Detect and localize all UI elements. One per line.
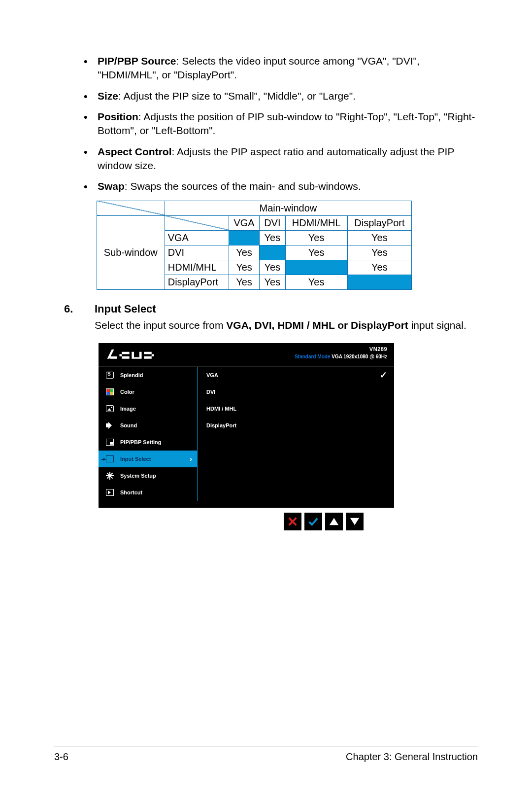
chevron-right-icon: › — [190, 455, 192, 463]
compatibility-table: Main-window Sub-window VGA DVI HDMI/MHL … — [97, 201, 412, 290]
table-cell — [285, 260, 347, 275]
table-cell: Yes — [347, 245, 411, 260]
osd-menu-label: Shortcut — [120, 489, 142, 495]
image-icon — [105, 404, 114, 413]
table-cell: Yes — [285, 245, 347, 260]
osd-menu: Splendid Color Image Sound PIP/PBP Setti… — [99, 367, 197, 501]
osd-model: VN289 — [369, 346, 387, 352]
bullet-label: Size — [98, 90, 118, 102]
down-button[interactable] — [346, 513, 364, 530]
osd-menu-splendid[interactable]: Splendid — [99, 367, 197, 384]
table-diag-cell — [165, 215, 229, 230]
up-button[interactable] — [325, 513, 343, 530]
section-body-post: input signal. — [408, 319, 466, 331]
pip-icon — [105, 438, 114, 447]
table-cell: Yes — [229, 275, 259, 289]
table-cell: Yes — [260, 260, 285, 275]
osd-submenu-dvi[interactable]: DVI — [197, 384, 394, 400]
table-row-header: VGA — [165, 230, 229, 245]
settings-icon — [105, 471, 114, 480]
bullet-label: Aspect Control — [98, 146, 172, 157]
osd-menu-color[interactable]: Color — [99, 384, 197, 400]
table-col-header: DisplayPort — [347, 215, 411, 230]
bullet-item: PIP/PBP Source: Selects the video input … — [84, 54, 478, 82]
close-icon — [287, 516, 298, 527]
section-title: Input Select — [95, 303, 156, 315]
osd-submenu-label: DVI — [206, 389, 215, 395]
osd-submenu-empty — [197, 434, 394, 451]
osd-menu-label: Image — [120, 406, 136, 412]
osd-menu-system[interactable]: System Setup — [99, 467, 197, 484]
sound-icon — [105, 421, 114, 430]
table-cell: Yes — [285, 275, 347, 289]
osd-submenu-label: VGA — [206, 372, 218, 378]
osd-status-mode: Standard Mode — [295, 354, 330, 359]
osd-submenu-label: DisplayPort — [206, 422, 236, 428]
bullet-text: : Adjust the PIP size to "Small", "Middl… — [118, 90, 356, 102]
bullet-label: PIP/PBP Source — [98, 55, 176, 67]
triangle-up-icon — [329, 516, 339, 527]
confirm-button[interactable] — [304, 513, 322, 530]
osd-submenu-empty — [197, 484, 394, 501]
svg-rect-1 — [110, 356, 117, 359]
osd-menu-pip[interactable]: PIP/PBP Setting — [99, 434, 197, 451]
osd-menu-label: System Setup — [120, 473, 156, 479]
section-body: Select the input source from VGA, DVI, H… — [54, 318, 478, 332]
svg-marker-2 — [330, 518, 338, 525]
osd-submenu-vga[interactable]: VGA✓ — [197, 367, 394, 384]
table-diag-cell — [97, 201, 165, 215]
osd-menu-shortcut[interactable]: Shortcut — [99, 484, 197, 501]
osd-menu-input-select[interactable]: Input Select› — [99, 451, 197, 467]
osd-header: VN289 Standard Mode VGA 1920x1080 @ 60Hz — [99, 343, 394, 367]
section-number: 6. — [64, 303, 95, 315]
section-body-pre: Select the input source from — [95, 319, 226, 331]
table-sub-label: Sub-window — [97, 215, 165, 289]
table-cell: Yes — [229, 245, 259, 260]
chapter-label: Chapter 3: General Instruction — [346, 751, 478, 763]
table-row-header: HDMI/MHL — [165, 260, 229, 275]
table-cell — [347, 275, 411, 289]
osd-submenu-label: HDMI / MHL — [206, 406, 236, 412]
osd-submenu-empty — [197, 451, 394, 467]
table-cell: Yes — [347, 260, 411, 275]
svg-marker-3 — [350, 518, 359, 525]
bullet-item: Swap: Swaps the sources of the main- and… — [84, 179, 478, 193]
osd-menu-label: Color — [120, 389, 134, 395]
input-icon — [105, 454, 114, 463]
bullet-text: : Swaps the sources of the main- and sub… — [125, 180, 361, 192]
osd-menu-sound[interactable]: Sound — [99, 417, 197, 434]
bullet-item: Position: Adjusts the position of PIP su… — [84, 110, 478, 138]
table-cell: Yes — [285, 230, 347, 245]
table-col-header: VGA — [229, 215, 259, 230]
triangle-down-icon — [349, 516, 360, 527]
section-body-bold: VGA, DVI, HDMI / MHL or DisplayPort — [226, 319, 408, 331]
table-row-header: DVI — [165, 245, 229, 260]
osd-menu-image[interactable]: Image — [99, 400, 197, 417]
table-col-header: HDMI/MHL — [285, 215, 347, 230]
table-cell: Yes — [347, 230, 411, 245]
splendid-icon — [105, 371, 114, 380]
bullet-text: : Adjusts the position of PIP sub-window… — [98, 111, 475, 136]
osd-submenu-displayport[interactable]: DisplayPort — [197, 417, 394, 434]
asus-logo-icon — [106, 348, 167, 362]
osd-submenu-hdmi[interactable]: HDMI / MHL — [197, 400, 394, 417]
bullet-label: Position — [98, 111, 138, 122]
table-col-header: DVI — [260, 215, 285, 230]
bullet-item: Aspect Control: Adjusts the PIP aspect r… — [84, 145, 478, 173]
color-icon — [105, 387, 114, 396]
osd-menu-label: Input Select — [120, 456, 151, 462]
shortcut-icon — [105, 488, 114, 497]
bullet-list: PIP/PBP Source: Selects the video input … — [54, 54, 478, 194]
osd-controls — [99, 513, 478, 530]
osd-status-res: VGA 1920x1080 @ 60Hz — [330, 354, 387, 359]
page-footer: 3-6 Chapter 3: General Instruction — [54, 746, 478, 763]
table-cell — [260, 245, 285, 260]
close-button[interactable] — [284, 513, 301, 530]
page-number: 3-6 — [54, 751, 68, 763]
osd-panel: VN289 Standard Mode VGA 1920x1080 @ 60Hz… — [99, 343, 394, 508]
bullet-item: Size: Adjust the PIP size to "Small", "M… — [84, 89, 478, 103]
table-row-header: DisplayPort — [165, 275, 229, 289]
table-main-label: Main-window — [165, 201, 411, 215]
osd-menu-label: PIP/PBP Setting — [120, 439, 162, 445]
osd-submenu-empty — [197, 467, 394, 484]
